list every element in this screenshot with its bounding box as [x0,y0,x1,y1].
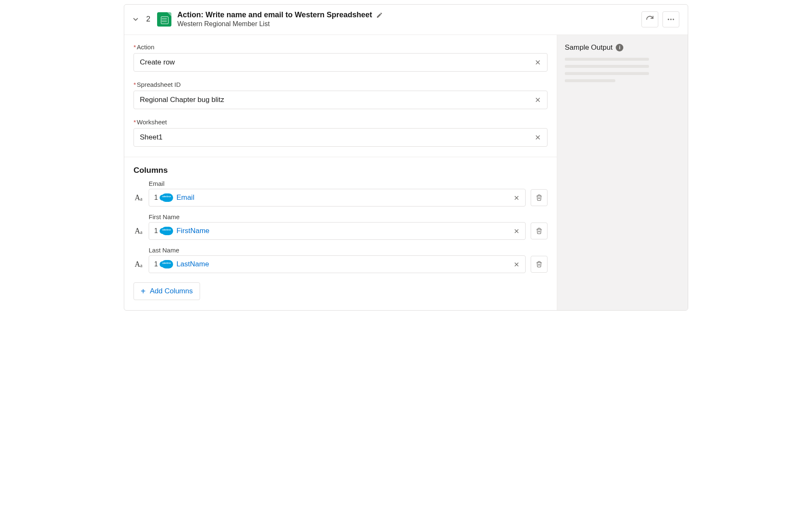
header-actions [641,11,679,27]
primary-fields-section: *Action Create row *Spreadsheet ID Regio… [124,35,557,157]
worksheet-field-group: *Worksheet Sheet1 [134,118,548,147]
worksheet-clear-button[interactable] [533,132,543,142]
svg-point-2 [673,19,674,20]
columns-heading: Columns [134,166,548,175]
close-icon [534,59,541,66]
chevron-down-icon [132,16,139,23]
column-row: Last Name Aa 1 LastName [134,247,548,273]
main-pane: *Action Create row *Spreadsheet ID Regio… [124,35,557,310]
header-titles: Action: Write name and email to Western … [177,11,636,28]
column-clear-button[interactable] [512,193,521,202]
close-icon [534,134,541,141]
trash-icon [536,228,542,234]
column-row: Email Aa 1 Email [134,180,548,207]
refresh-button[interactable] [641,11,658,27]
column-value-input[interactable]: 1 LastName [149,255,526,273]
plus-icon: + [141,287,146,295]
text-type-icon: Aa [134,260,144,269]
column-pill-text: LastName [176,260,209,268]
column-delete-button[interactable] [531,223,548,239]
action-combobox[interactable]: Create row [134,53,548,72]
action-step-card: 2 Action: Write name and email to Wester… [124,4,688,311]
svg-point-0 [668,19,669,20]
skeleton-line [565,79,615,82]
close-icon [534,97,541,103]
close-icon [513,228,520,234]
column-clear-button[interactable] [512,260,521,269]
worksheet-value: Sheet1 [140,133,163,142]
column-source-step: 1 [154,260,158,268]
worksheet-label: *Worksheet [134,118,548,126]
skeleton-line [565,72,649,75]
action-label: *Action [134,43,548,51]
svg-point-1 [670,19,671,20]
close-icon [513,195,520,201]
column-source-step: 1 [154,227,158,235]
skeleton-line [565,58,649,61]
trash-icon [536,194,542,201]
text-type-icon: Aa [134,227,144,236]
spreadsheet-value: Regional Chapter bug blitz [140,96,224,104]
close-icon [513,261,520,268]
salesforce-icon [161,193,173,202]
more-menu-button[interactable] [662,11,679,27]
column-delete-button[interactable] [531,189,548,206]
card-header: 2 Action: Write name and email to Wester… [124,5,688,35]
refresh-icon [646,15,654,24]
worksheet-combobox[interactable]: Sheet1 [134,128,548,147]
trash-icon [536,261,542,268]
spreadsheet-clear-button[interactable] [533,95,543,105]
add-columns-label: Add Columns [150,287,193,295]
skeleton-line [565,65,649,68]
step-title: Action: Write name and email to Western … [177,11,372,19]
column-pill-text: Email [176,193,195,202]
google-sheets-icon [157,12,171,27]
action-value: Create row [140,58,175,67]
collapse-toggle[interactable] [131,15,140,24]
text-type-icon: Aa [134,193,144,202]
column-pill-text: FirstName [176,227,209,235]
pencil-icon [376,12,383,19]
column-label: Last Name [149,247,548,254]
column-value-input[interactable]: 1 Email [149,189,526,207]
action-field-group: *Action Create row [134,43,548,72]
edit-title-button[interactable] [376,12,383,19]
column-value-input[interactable]: 1 FirstName [149,222,526,240]
step-subtitle: Western Regional Member List [177,20,636,28]
columns-section: Columns Email Aa 1 Email [124,157,557,310]
column-source-step: 1 [154,194,158,201]
column-row: First Name Aa 1 FirstName [134,213,548,240]
more-horizontal-icon [667,15,675,24]
card-body: *Action Create row *Spreadsheet ID Regio… [124,35,688,310]
salesforce-icon [161,260,173,268]
add-columns-button[interactable]: + Add Columns [134,282,200,300]
salesforce-icon [161,227,173,235]
sample-output-title: Sample Output [565,43,612,52]
column-delete-button[interactable] [531,256,548,273]
spreadsheet-field-group: *Spreadsheet ID Regional Chapter bug bli… [134,81,548,109]
column-label: First Name [149,213,548,220]
sample-output-info-button[interactable]: i [616,44,623,51]
action-clear-button[interactable] [533,57,543,67]
step-number: 2 [146,15,151,24]
column-clear-button[interactable] [512,226,521,236]
sample-output-pane: Sample Output i [557,35,688,310]
column-label: Email [149,180,548,187]
spreadsheet-combobox[interactable]: Regional Chapter bug blitz [134,91,548,109]
spreadsheet-label: *Spreadsheet ID [134,81,548,88]
